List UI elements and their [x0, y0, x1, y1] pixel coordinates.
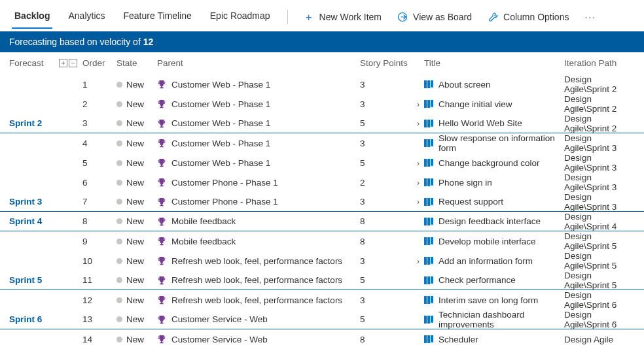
header-story-points[interactable]: Story Points	[360, 58, 412, 68]
expand-caret[interactable]: ›	[412, 99, 424, 109]
expand-caret[interactable]: ›	[412, 256, 424, 266]
feature-icon	[157, 158, 166, 167]
header-forecast[interactable]: Forecast	[0, 58, 59, 68]
column-options-button[interactable]: Column Options	[480, 8, 577, 26]
parent-cell[interactable]: Refresh web look, feel, performance fact…	[157, 256, 360, 266]
story-points-cell: 3	[360, 256, 412, 266]
parent-cell[interactable]: Customer Web - Phase 1	[157, 80, 360, 90]
state-dot-icon	[116, 199, 122, 205]
table-row[interactable]: 12 New Refresh web look, feel, performan…	[0, 290, 644, 310]
header-order[interactable]: Order	[82, 58, 116, 68]
feature-icon	[157, 119, 166, 128]
title-cell[interactable]: Request support	[424, 197, 564, 207]
order-cell: 1	[82, 80, 116, 90]
header-iteration-path[interactable]: Iteration Path	[564, 58, 644, 68]
table-row[interactable]: 5 New Customer Web - Phase 1 5 › Change …	[0, 153, 644, 173]
table-row[interactable]: Sprint 3 7 New Customer Phone - Phase 1 …	[0, 192, 644, 212]
parent-cell[interactable]: Customer Web - Phase 1	[157, 158, 360, 168]
feature-icon	[157, 276, 166, 285]
title-cell[interactable]: Add an information form	[424, 256, 564, 266]
collapse-all-button[interactable]: −	[69, 59, 77, 67]
title-cell[interactable]: Interim save on long form	[424, 295, 564, 305]
title-cell[interactable]: Scheduler	[424, 335, 564, 344]
title-cell[interactable]: Phone sign in	[424, 178, 564, 188]
parent-cell[interactable]: Customer Web - Phase 1	[157, 118, 360, 128]
parent-cell[interactable]: Refresh web look, feel, performance fact…	[157, 295, 360, 305]
title-label: About screen	[438, 80, 491, 90]
table-row[interactable]: 2 New Customer Web - Phase 1 3 › Change …	[0, 94, 644, 114]
user-story-icon	[424, 178, 433, 187]
state-label: New	[126, 295, 144, 305]
tab-backlog[interactable]: Backlog	[5, 5, 59, 29]
parent-cell[interactable]: Customer Phone - Phase 1	[157, 197, 360, 207]
expand-caret[interactable]: ›	[412, 158, 424, 168]
expand-all-button[interactable]: +	[59, 59, 67, 67]
parent-cell[interactable]: Customer Web - Phase 1	[157, 99, 360, 109]
order-cell: 12	[82, 295, 116, 305]
chevron-right-icon: ›	[417, 100, 420, 109]
table-row[interactable]: Sprint 4 8 New Mobile feedback 8 Design …	[0, 212, 644, 231]
view-as-board-button[interactable]: View as Board	[389, 8, 480, 26]
expand-caret[interactable]: ›	[412, 178, 424, 188]
svg-rect-11	[424, 178, 427, 186]
table-row[interactable]: 10 New Refresh web look, feel, performan…	[0, 251, 644, 271]
order-cell: 7	[82, 197, 116, 207]
story-points-cell: 5	[360, 275, 412, 285]
title-cell[interactable]: Design feedback interface	[424, 216, 564, 226]
user-story-icon	[424, 158, 433, 167]
parent-cell[interactable]: Mobile feedback	[157, 216, 360, 226]
state-cell: New	[116, 295, 157, 305]
parent-cell[interactable]: Customer Service - Web	[157, 314, 360, 324]
svg-rect-18	[427, 237, 430, 245]
forecast-cell: Sprint 3	[0, 197, 59, 207]
state-label: New	[126, 314, 144, 324]
header-parent[interactable]: Parent	[157, 58, 360, 68]
expand-caret[interactable]: ›	[412, 197, 424, 207]
title-label: Check performance	[438, 275, 516, 285]
view-as-board-label: View as Board	[413, 12, 472, 22]
title-cell[interactable]: Hello World Web Site	[424, 118, 564, 128]
title-cell[interactable]: Technician dashboard improvements	[424, 310, 564, 329]
parent-cell[interactable]: Refresh web look, feel, performance fact…	[157, 275, 360, 285]
table-row[interactable]: 6 New Customer Phone - Phase 1 2 › Phone…	[0, 173, 644, 192]
parent-cell[interactable]: Customer Service - Web	[157, 335, 360, 344]
grid-body: 1 New Customer Web - Phase 1 3 About scr…	[0, 75, 644, 349]
title-cell[interactable]: Change background color	[424, 158, 564, 168]
title-cell[interactable]: Change initial view	[424, 99, 564, 109]
table-row[interactable]: Sprint 5 11 New Refresh web look, feel, …	[0, 271, 644, 290]
parent-label: Refresh web look, feel, performance fact…	[171, 256, 342, 266]
tab-epic-roadmap[interactable]: Epic Roadmap	[201, 5, 279, 29]
title-label: Develop mobile interface	[438, 237, 536, 246]
table-row[interactable]: 14 New Customer Service - Web 8 Schedule…	[0, 329, 644, 349]
parent-cell[interactable]: Customer Phone - Phase 1	[157, 178, 360, 188]
iteration-path-cell: Design Agile\Sprint 4	[564, 212, 644, 231]
iteration-path-cell: Design Agile\Sprint 3	[564, 173, 644, 192]
header-title[interactable]: Title	[424, 58, 564, 68]
forecast-cell: Sprint 6	[0, 314, 59, 324]
table-row[interactable]: Sprint 2 3 New Customer Web - Phase 1 5 …	[0, 114, 644, 133]
tab-feature-timeline[interactable]: Feature Timeline	[115, 5, 201, 29]
feature-icon	[157, 335, 166, 344]
expand-caret[interactable]: ›	[412, 118, 424, 128]
user-story-icon	[424, 256, 433, 265]
title-cell[interactable]: About screen	[424, 80, 564, 90]
more-commands-button[interactable]: ···	[577, 8, 604, 26]
title-cell[interactable]: Check performance	[424, 275, 564, 285]
table-row[interactable]: 9 New Mobile feedback 8 Develop mobile i…	[0, 231, 644, 251]
tab-analytics[interactable]: Analytics	[59, 5, 114, 29]
new-work-item-button[interactable]: + New Work Item	[296, 8, 389, 27]
user-story-icon	[424, 315, 433, 324]
forecast-banner: Forecasting based on velocity of 12	[0, 31, 644, 52]
table-row[interactable]: Sprint 6 13 New Customer Service - Web 5…	[0, 310, 644, 329]
table-row[interactable]: 4 New Customer Web - Phase 1 3 Slow resp…	[0, 133, 644, 153]
svg-rect-24	[427, 296, 430, 304]
parent-cell[interactable]: Mobile feedback	[157, 237, 360, 246]
parent-cell[interactable]: Customer Web - Phase 1	[157, 139, 360, 148]
parent-label: Mobile feedback	[171, 216, 236, 226]
title-cell[interactable]: Slow response on information form	[424, 133, 564, 153]
chevron-right-icon: ›	[417, 119, 420, 128]
title-cell[interactable]: Develop mobile interface	[424, 237, 564, 246]
table-row[interactable]: 1 New Customer Web - Phase 1 3 About scr…	[0, 75, 644, 94]
state-cell: New	[116, 216, 157, 226]
header-state[interactable]: State	[116, 58, 157, 68]
